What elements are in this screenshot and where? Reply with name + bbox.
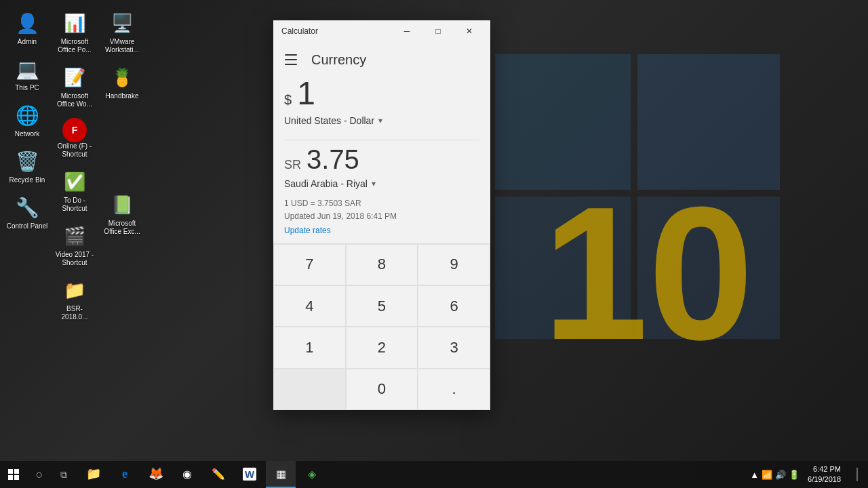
calculator-window: Calculator ─ □ ✕ Currency $ [273,20,490,410]
firefox-icon: 🦊 [149,466,163,481]
button-7[interactable]: 7 [273,244,346,285]
desktop-icon-bsr-2018[interactable]: 📁 BSR-2018.0... [51,274,98,324]
icon-column-2: 📊 Microsoft Office Po... 📝 Microsoft Off… [51,7,98,324]
start-button[interactable] [0,461,27,488]
control-panel-label: Control Panel [7,222,48,230]
control-panel-icon: 🔧 [14,194,41,221]
battery-icon: 🔋 [789,470,800,480]
explorer-icon: 📁 [86,466,101,481]
button-9[interactable]: 9 [418,244,490,285]
to-currency-name: Saudi Arabia - Riyal [284,178,368,189]
handbrake-label: Handbrake [106,92,139,100]
exchange-rate: 1 USD = 3.7503 SAR [284,199,361,208]
desktop-icon-handbrake[interactable]: 🍍 Handbrake [98,61,146,103]
button-2[interactable]: 2 [346,327,418,368]
minimize-button[interactable]: ─ [391,21,422,41]
icon-column-1: 👤 Admin 💻 This PC 🌐 Network 🗑️ Recycle B… [3,7,51,324]
video-2017-icon: 🎬 [61,222,88,249]
this-pc-label: This PC [15,84,39,92]
svg-rect-8 [14,475,19,480]
unknown-app-icon: ◈ [308,468,316,481]
chrome-icon: ◉ [182,468,192,481]
button-decimal[interactable]: . [418,369,490,410]
volume-icon[interactable]: 🔊 [775,470,786,480]
notification-icon[interactable]: ▲ [750,470,759,480]
taskbar-paint[interactable]: ✏️ [203,461,233,488]
to-currency-selector[interactable]: Saudi Arabia - Riyal ▾ [273,176,490,192]
to-symbol: SR [284,158,301,172]
display-divider [284,140,479,140]
show-desktop-button[interactable] [849,461,863,488]
calculator-body: Currency $ 1 United States - Dollar ▾ SR… [273,42,490,410]
recycle-bin-icon: 🗑️ [14,148,41,175]
taskbar-explorer[interactable]: 📁 [79,461,108,488]
desktop-icon-ms-office-wo[interactable]: 📝 Microsoft Office Wo... [51,61,98,111]
desktop-icon-control-panel[interactable]: 🔧 Control Panel [3,191,51,233]
button-6[interactable]: 6 [418,285,490,327]
edge-icon: e [122,467,127,481]
desktop-icon-to-do[interactable]: ✅ To Do - Shortcut [51,165,98,216]
numpad: 7 8 9 4 5 6 1 2 3 0 . [273,243,490,410]
word-icon: W [243,468,256,481]
task-view-button[interactable]: ⧉ [52,462,76,487]
search-button[interactable]: ○ [27,462,52,487]
icon-column-3: 🖥️ VMware Workstati... 🍍 Handbrake 📗 Mic… [98,7,146,324]
network-status-icon[interactable]: 📶 [762,470,772,480]
close-button[interactable]: ✕ [454,21,485,41]
desktop-icon-this-pc[interactable]: 💻 This PC [3,53,51,95]
vmware-label: VMware Workstati... [101,38,143,54]
taskbar-time-display: 6:42 PM [813,464,841,474]
svg-rect-7 [8,475,13,480]
button-8[interactable]: 8 [346,244,418,285]
maximize-button[interactable]: □ [422,21,454,41]
from-chevron-icon: ▾ [378,116,382,125]
windows-start-icon [8,469,19,480]
button-5[interactable]: 5 [346,285,418,327]
desktop-icon-network[interactable]: 🌐 Network [3,99,51,141]
taskbar-firefox[interactable]: 🦊 [141,461,171,488]
to-value-row: SR 3.75 [284,146,479,173]
button-4[interactable]: 4 [273,285,346,327]
to-display: SR 3.75 [273,146,490,173]
network-icon: 🌐 [14,102,41,129]
taskbar-unknown-app[interactable]: ◈ [297,461,327,488]
ms-office-wo-label: Microsoft Office Wo... [54,92,96,108]
svg-text:10: 10 [542,167,753,379]
desktop-icon-recycle-bin[interactable]: 🗑️ Recycle Bin [3,145,51,187]
online-f-label: Online (F) - Shortcut [54,142,96,159]
desktop-icon-ms-office-po[interactable]: 📊 Microsoft Office Po... [51,7,98,57]
button-3[interactable]: 3 [418,327,490,368]
to-chevron-icon: ▾ [372,179,376,188]
to-value: 3.75 [307,146,359,173]
from-value: 1 [297,77,315,110]
exchange-info: 1 USD = 3.7503 SAR Updated Jun 19, 2018 … [273,192,490,241]
bsr-2018-icon: 📁 [61,277,88,304]
ms-office-po-label: Microsoft Office Po... [54,38,96,54]
vmware-icon: 🖥️ [108,9,136,37]
from-currency-selector[interactable]: United States - Dollar ▾ [284,113,479,129]
desktop-icon-admin[interactable]: 👤 Admin [3,7,51,49]
bsr-2018-label: BSR-2018.0... [54,305,96,321]
desktop-icon-ms-excel[interactable]: 📗 Microsoft Office Exc... [98,188,146,239]
taskbar-clock[interactable]: 6:42 PM 6/19/2018 [804,464,845,485]
button-0[interactable]: 0 [346,369,418,410]
this-pc-icon: 💻 [14,56,41,83]
taskbar-date-display: 6/19/2018 [808,474,841,485]
desktop-icon-video-2017[interactable]: 🎬 Video 2017 - Shortcut [51,220,98,270]
taskbar-calculator[interactable]: ▦ [266,461,296,488]
ms-office-po-icon: 📊 [61,9,88,37]
search-circle-icon: ○ [36,468,43,482]
desktop-icon-online-f[interactable]: F Online (F) - Shortcut [51,115,98,161]
desktop-icon-vmware[interactable]: 🖥️ VMware Workstati... [98,7,146,57]
taskbar-chrome[interactable]: ◉ [172,461,202,488]
button-1[interactable]: 1 [273,327,346,368]
calculator-mode-title: Currency [311,52,366,68]
taskbar-edge[interactable]: e [110,461,140,488]
admin-label: Admin [18,38,37,46]
update-rates-link[interactable]: Update rates [284,224,479,237]
to-do-icon: ✅ [61,168,88,195]
window-controls: ─ □ ✕ [391,21,485,41]
ms-office-wo-icon: 📝 [61,64,88,91]
hamburger-menu-button[interactable] [279,47,303,72]
taskbar-word[interactable]: W [235,461,264,488]
